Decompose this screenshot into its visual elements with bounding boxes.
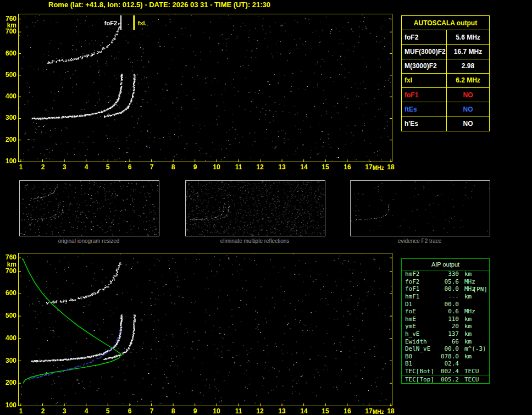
autoscala-row: M(3000)F22.98 [402, 59, 489, 73]
aip-row-label: hmE [405, 316, 439, 323]
aip-row-value: 20 [439, 323, 459, 330]
aip-row-value: 00.0 [439, 345, 459, 352]
thumbnail-caption-original: original ionogram resized [19, 238, 158, 244]
x-axis-tick-label: 14 [297, 163, 311, 171]
autoscala-row-label: fxI [402, 74, 447, 87]
x-axis-tick-label: 18 [384, 407, 397, 415]
aip-row: hmE110km [402, 316, 489, 323]
aip-row: hmF2330km [402, 270, 489, 278]
aip-row-unit: km [459, 293, 487, 300]
aip-row-value: 00.0 [439, 285, 459, 292]
aip-row: foF205.6MHz [402, 278, 489, 286]
thumbnail-caption-evidence: evidence F2 trace [350, 238, 489, 244]
aip-row-label: foF1 [405, 285, 439, 292]
x-axis-tick-label: 5 [101, 163, 114, 171]
x-axis-tick-label: 14 [297, 407, 311, 415]
aip-row-value: --- [439, 293, 459, 300]
aip-row: D100.0 [402, 300, 489, 308]
aip-row-unit: MHz [459, 308, 487, 315]
y-axis-tick-label: 400 [0, 334, 16, 342]
aip-row-label: D1 [405, 301, 439, 308]
autoscala-row-label: ftEs [402, 102, 447, 116]
autoscala-row-value: 16.7 MHz [447, 45, 489, 58]
aip-row: Ewidth66km [402, 337, 489, 345]
y-axis-tick-label: 200 [0, 136, 16, 143]
y-axis-tick-label: 400 [0, 92, 16, 100]
aip-row-label: foE [405, 308, 439, 315]
x-axis-tick-label: 13 [275, 407, 289, 415]
x-axis-tick-label: 16 [341, 163, 354, 171]
x-axis-tick-label: 6 [123, 407, 136, 415]
x-axis-tick-label: 8 [167, 407, 180, 415]
y-axis-tick-label: 200 [0, 379, 16, 386]
x-axis-tick-label: 1 [14, 163, 27, 171]
autoscala-row-label: MUF(3000)F2 [402, 45, 447, 58]
x-axis-tick-label: 2 [36, 163, 49, 171]
aip-row-label: TEC[Bot] [405, 368, 439, 375]
x-axis-tick-label: 13 [275, 163, 289, 171]
aip-row: TEC[Bot]002.4TECU [402, 368, 489, 376]
aip-row-value: 002.4 [439, 368, 459, 375]
autoscala-table-title: AUTOSCALA output [402, 16, 489, 30]
y-axis-tick-label: 500 [0, 71, 16, 79]
aip-row-unit: TECU [459, 368, 487, 375]
autoscala-row: MUF(3000)F216.7 MHz [402, 44, 489, 58]
aip-row-value: 078.0 [439, 353, 459, 360]
autoscala-window: Rome (lat: +41.8, lon: 012.5) - DATE: 20… [0, 0, 532, 415]
x-axis-tick-label: 7 [145, 163, 158, 171]
autoscala-row-value: NO [447, 102, 489, 116]
thumbnail-caption-eliminate: eliminate multiple reflections [185, 238, 324, 244]
y-axis-tick-label: 600 [0, 49, 16, 57]
autoscala-output-table: AUTOSCALA output foF25.6 MHzMUF(3000)F21… [401, 15, 490, 131]
aip-row-label: B0 [405, 353, 439, 360]
ionogram-top-plot [18, 14, 392, 162]
aip-row-value: 66 [439, 338, 459, 345]
x-axis-tick-label: 16 [341, 407, 354, 415]
aip-table-title: AIP output [402, 259, 489, 270]
aip-row-unit: km [459, 353, 487, 360]
aip-table-body: hmF2330kmfoF205.6MHzfoF100.0MHz[PN]hmF1-… [402, 270, 489, 384]
aip-row-label: ymE [405, 323, 439, 330]
aip-row-label: B1 [405, 360, 439, 367]
x-axis-tick-label: 1 [14, 407, 27, 415]
autoscala-table-body: foF25.6 MHzMUF(3000)F216.7 MHzM(3000)F22… [402, 30, 489, 131]
aip-row-value: 005.2 [439, 376, 459, 383]
x-axis-tick-label: 3 [58, 163, 71, 171]
thumbnail-eliminate-reflections [185, 180, 325, 236]
autoscala-row: fxI6.2 MHz [402, 73, 489, 87]
aip-row-value: 110 [439, 316, 459, 323]
x-axis-tick-label: 11 [232, 163, 245, 171]
aip-row-unit: km [459, 316, 487, 323]
aip-row-unit: MHz [459, 278, 487, 285]
thumbnail-original-ionogram [19, 180, 159, 236]
y-axis-tick-label: 300 [0, 357, 16, 364]
thumbnail-evidence-f2-trace [350, 180, 490, 236]
aip-row-label: TEC[Top] [405, 376, 439, 383]
x-axis-tick-label: 9 [189, 407, 202, 415]
aip-row-unit: km [459, 323, 487, 330]
x-axis-tick-label: 18 [384, 163, 397, 171]
aip-output-table: AIP output hmF2330kmfoF205.6MHzfoF100.0M… [401, 258, 490, 384]
x-axis-tick-label: 5 [101, 407, 114, 415]
x-axis-tick-label: 10 [210, 163, 223, 171]
y-axis-tick-label: 500 [0, 312, 16, 319]
y-axis-unit-label: km [0, 261, 16, 268]
aip-row-value: 02.4 [439, 360, 459, 367]
autoscala-row: foF25.6 MHz [402, 30, 489, 44]
aip-row-value: 0.6 [439, 308, 459, 315]
aip-row-label: hmF2 [405, 270, 439, 278]
x-axis-tick-label: 10 [210, 407, 223, 415]
autoscala-row: ftEsNO [402, 102, 489, 116]
aip-row-label: h_vE [405, 330, 439, 337]
autoscala-row-value: 5.6 MHz [447, 30, 489, 44]
aip-row-value: 05.6 [439, 278, 459, 285]
aip-row-unit: TECU [459, 376, 487, 383]
aip-row: DelN_vE00.0m^(-3) [402, 345, 489, 353]
autoscala-row-value: NO [447, 117, 489, 131]
aip-row-label: Ewidth [405, 338, 439, 345]
aip-row-unit: km [459, 330, 487, 337]
x-axis-tick-label: 7 [145, 407, 158, 415]
x-axis-tick-label: 15 [319, 407, 332, 415]
aip-row-label: DelN_vE [405, 345, 439, 352]
y-axis-tick-label: 300 [0, 114, 16, 121]
